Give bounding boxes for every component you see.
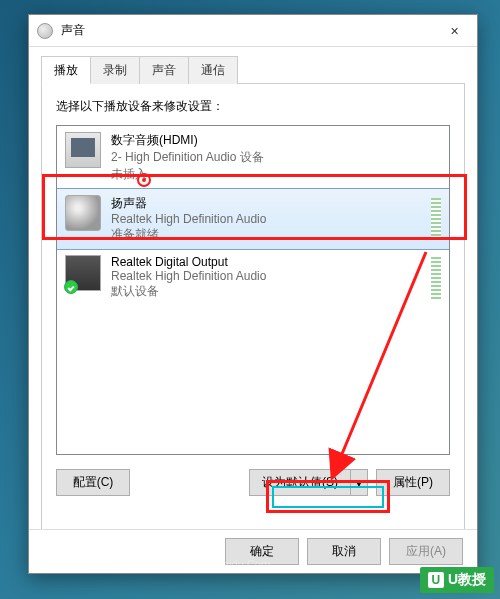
device-status: 默认设备 xyxy=(111,283,417,300)
tab-strip: 播放 录制 声音 通信 xyxy=(41,55,465,84)
speaker-icon xyxy=(65,195,101,231)
set-default-dropdown-button[interactable]: ▼ xyxy=(350,469,368,496)
device-name: Realtek Digital Output xyxy=(111,255,417,269)
device-item-digital[interactable]: Realtek Digital Output Realtek High Defi… xyxy=(57,249,449,306)
dialog-bottom-bar: 确定 取消 应用(A) xyxy=(29,529,477,573)
device-listbox[interactable]: 数字音频(HDMI) 2- High Definition Audio 设备 未… xyxy=(56,125,450,455)
level-meter-icon xyxy=(431,198,441,240)
annotation-red-dot-icon xyxy=(137,173,151,187)
close-button[interactable]: × xyxy=(432,16,477,46)
window-title: 声音 xyxy=(61,22,432,39)
device-status: 准备就绪 xyxy=(111,226,417,243)
cancel-button[interactable]: 取消 xyxy=(307,538,381,565)
level-meter-icon xyxy=(431,257,441,299)
device-driver: Realtek High Definition Audio xyxy=(111,212,417,226)
device-driver: Realtek High Definition Audio xyxy=(111,269,417,283)
digital-output-icon xyxy=(65,255,101,291)
apply-button[interactable]: 应用(A) xyxy=(389,538,463,565)
playback-tabpage: 选择以下播放设备来修改设置： 数字音频(HDMI) 2- High Defini… xyxy=(41,84,465,556)
device-name: 数字音频(HDMI) xyxy=(111,132,441,149)
ok-button[interactable]: 确定 xyxy=(225,538,299,565)
titlebar[interactable]: 声音 × xyxy=(29,15,477,47)
set-default-split-button[interactable]: 设为默认值(S) ▼ xyxy=(249,469,368,496)
brand-u-icon: U xyxy=(428,572,444,588)
chevron-down-icon: ▼ xyxy=(355,479,364,489)
speaker-system-icon xyxy=(37,23,53,39)
device-name: 扬声器 xyxy=(111,195,417,212)
properties-button[interactable]: 属性(P) xyxy=(376,469,450,496)
device-status: 未插入 xyxy=(111,166,441,183)
tab-recording[interactable]: 录制 xyxy=(90,56,140,84)
tab-communications[interactable]: 通信 xyxy=(188,56,238,84)
set-default-button[interactable]: 设为默认值(S) xyxy=(249,469,350,496)
tab-sounds[interactable]: 声音 xyxy=(139,56,189,84)
tab-playback[interactable]: 播放 xyxy=(41,56,91,84)
configure-button[interactable]: 配置(C) xyxy=(56,469,130,496)
device-driver: 2- High Definition Audio 设备 xyxy=(111,149,441,166)
monitor-icon xyxy=(65,132,101,168)
instruction-text: 选择以下播放设备来修改设置： xyxy=(56,98,450,115)
device-item-hdmi[interactable]: 数字音频(HDMI) 2- High Definition Audio 设备 未… xyxy=(57,126,449,189)
sound-dialog: 声音 × 播放 录制 声音 通信 选择以下播放设备来修改设置： 数字音频(HDM… xyxy=(28,14,478,574)
device-buttons-row: 配置(C) 设为默认值(S) ▼ 属性(P) xyxy=(56,469,450,496)
device-item-speaker[interactable]: 扬声器 Realtek High Definition Audio 准备就绪 xyxy=(56,188,450,250)
default-check-icon xyxy=(64,280,78,294)
